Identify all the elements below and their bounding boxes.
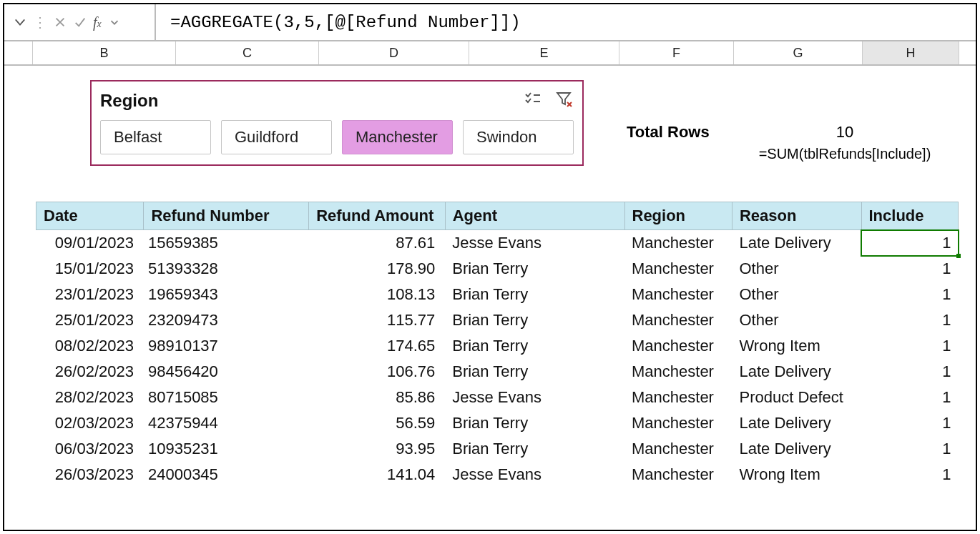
table-row[interactable]: 02/03/20234237594456.59Brian TerryManche… — [36, 410, 959, 436]
table-row[interactable]: 26/02/202398456420106.76Brian TerryManch… — [36, 359, 959, 385]
cell[interactable]: 1 — [861, 385, 959, 410]
col-region[interactable]: Region — [624, 202, 732, 230]
cell[interactable]: Manchester — [624, 256, 732, 282]
cell[interactable]: 02/03/2023 — [36, 410, 144, 436]
cell[interactable]: 178.90 — [309, 256, 446, 282]
cell[interactable]: 85.86 — [309, 385, 446, 410]
column-header[interactable]: E — [469, 41, 619, 64]
cell[interactable]: 06/03/2023 — [36, 436, 144, 462]
cell[interactable]: 23209473 — [144, 307, 309, 333]
cell[interactable]: 51393328 — [144, 256, 309, 282]
chevron-down-icon[interactable] — [13, 15, 27, 29]
cell[interactable]: Wrong Item — [732, 462, 861, 488]
clear-filter-icon[interactable] — [555, 90, 574, 112]
cell[interactable]: 1 — [861, 333, 959, 359]
table-row[interactable]: 15/01/202351393328178.90Brian TerryManch… — [36, 256, 959, 282]
cell[interactable]: Manchester — [624, 230, 732, 257]
column-header[interactable]: D — [319, 41, 469, 64]
column-header[interactable]: C — [176, 41, 319, 64]
cell[interactable]: Other — [732, 282, 861, 307]
cell[interactable]: Jesse Evans — [445, 462, 624, 488]
cell[interactable]: Wrong Item — [732, 333, 861, 359]
cell[interactable]: 56.59 — [309, 410, 446, 436]
cell[interactable]: 106.76 — [309, 359, 446, 385]
slicer-item-swindon[interactable]: Swindon — [463, 120, 574, 154]
cell[interactable]: 26/02/2023 — [36, 359, 144, 385]
cell[interactable]: 87.61 — [309, 230, 446, 257]
slicer-item-belfast[interactable]: Belfast — [100, 120, 211, 154]
slicer-item-manchester[interactable]: Manchester — [342, 120, 453, 154]
cell[interactable]: Other — [732, 307, 861, 333]
cell[interactable]: Manchester — [624, 385, 732, 410]
cell[interactable]: 19659343 — [144, 282, 309, 307]
cell[interactable]: Brian Terry — [445, 436, 624, 462]
row-gutter[interactable] — [4, 41, 33, 64]
cell[interactable]: Late Delivery — [732, 359, 861, 385]
cell[interactable]: Late Delivery — [732, 230, 861, 257]
col-agent[interactable]: Agent — [445, 202, 624, 230]
table-row[interactable]: 28/02/20238071508585.86Jesse EvansManche… — [36, 385, 959, 410]
cell[interactable]: 28/02/2023 — [36, 385, 144, 410]
table-row[interactable]: 25/01/202323209473115.77Brian TerryManch… — [36, 307, 959, 333]
cell[interactable]: 25/01/2023 — [36, 307, 144, 333]
cell[interactable]: 1 — [861, 282, 959, 307]
column-header[interactable]: F — [619, 41, 734, 64]
slicer-item-guildford[interactable]: Guildford — [221, 120, 332, 154]
cancel-icon[interactable] — [53, 15, 67, 29]
cell[interactable]: 141.04 — [309, 462, 446, 488]
cell[interactable]: Manchester — [624, 333, 732, 359]
cell[interactable]: Manchester — [624, 307, 732, 333]
cell[interactable]: Brian Terry — [445, 282, 624, 307]
cell[interactable]: 115.77 — [309, 307, 446, 333]
cell[interactable]: Brian Terry — [445, 256, 624, 282]
col-date[interactable]: Date — [36, 202, 144, 230]
cell[interactable]: 26/03/2023 — [36, 462, 144, 488]
table-row[interactable]: 06/03/20231093523193.95Brian TerryManche… — [36, 436, 959, 462]
cell[interactable]: 09/01/2023 — [36, 230, 144, 257]
cell[interactable]: Jesse Evans — [445, 230, 624, 257]
cell[interactable]: 1 — [861, 230, 959, 257]
multiselect-icon[interactable] — [524, 90, 542, 112]
cell[interactable]: 1 — [861, 410, 959, 436]
cell[interactable]: 42375944 — [144, 410, 309, 436]
col-refund-number[interactable]: Refund Number — [144, 202, 309, 230]
table-row[interactable]: 23/01/202319659343108.13Brian TerryManch… — [36, 282, 959, 307]
cell[interactable]: 108.13 — [309, 282, 446, 307]
cell[interactable]: 1 — [861, 436, 959, 462]
cell[interactable]: 93.95 — [309, 436, 446, 462]
column-header[interactable]: B — [33, 41, 176, 64]
col-include[interactable]: Include — [861, 202, 959, 230]
worksheet-area[interactable]: Region Belfast Guildford Manchester Swin… — [4, 66, 976, 80]
cell[interactable]: 80715085 — [144, 385, 309, 410]
cell[interactable]: Manchester — [624, 282, 732, 307]
cell[interactable]: Brian Terry — [445, 333, 624, 359]
cell[interactable]: 08/02/2023 — [36, 333, 144, 359]
col-reason[interactable]: Reason — [732, 202, 861, 230]
cell[interactable]: 98456420 — [144, 359, 309, 385]
column-header-selected[interactable]: H — [863, 41, 959, 64]
table-row[interactable]: 08/02/202398910137174.65Brian TerryManch… — [36, 333, 959, 359]
cell[interactable]: 1 — [861, 359, 959, 385]
cell[interactable]: Late Delivery — [732, 410, 861, 436]
cell[interactable]: 15659385 — [144, 230, 309, 257]
cell[interactable]: 10935231 — [144, 436, 309, 462]
cell[interactable]: 24000345 — [144, 462, 309, 488]
col-refund-amount[interactable]: Refund Amount — [309, 202, 446, 230]
table-row[interactable]: 09/01/20231565938587.61Jesse EvansManche… — [36, 230, 959, 257]
cell[interactable]: Product Defect — [732, 385, 861, 410]
column-header[interactable]: G — [734, 41, 863, 64]
cell[interactable]: 174.65 — [309, 333, 446, 359]
formula-input[interactable]: =AGGREGATE(3,5,[@[Refund Number]]) — [156, 4, 976, 40]
cell[interactable]: Manchester — [624, 410, 732, 436]
cell[interactable]: 98910137 — [144, 333, 309, 359]
accept-icon[interactable] — [73, 15, 87, 29]
cell[interactable]: 1 — [861, 307, 959, 333]
cell[interactable]: Brian Terry — [445, 307, 624, 333]
cell[interactable]: Jesse Evans — [445, 385, 624, 410]
table-row[interactable]: 26/03/202324000345141.04Jesse EvansManch… — [36, 462, 959, 488]
cell[interactable]: 1 — [861, 462, 959, 488]
cell[interactable]: 15/01/2023 — [36, 256, 144, 282]
cell[interactable]: Late Delivery — [732, 436, 861, 462]
cell[interactable]: Brian Terry — [445, 359, 624, 385]
cell[interactable]: Manchester — [624, 436, 732, 462]
